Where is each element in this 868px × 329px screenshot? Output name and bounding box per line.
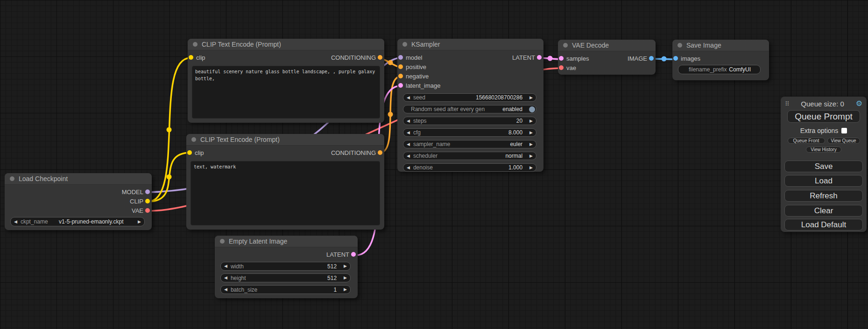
node-title-bar[interactable]: CLIP Text Encode (Prompt) <box>186 134 384 146</box>
slot-row: negative <box>397 71 543 81</box>
increment-icon[interactable]: ▶ <box>340 264 350 268</box>
node-title-bar[interactable]: VAE Decode <box>558 40 656 51</box>
positive-prompt-textarea[interactable]: beautiful scenery nature glass bottle la… <box>192 66 380 119</box>
decrement-icon[interactable]: ◀ <box>221 287 231 292</box>
increment-icon[interactable]: ▶ <box>526 131 536 135</box>
slot-label-clip: CLIP <box>130 198 143 205</box>
refresh-button[interactable]: Refresh <box>784 190 863 202</box>
input-slot-positive[interactable] <box>398 64 403 69</box>
widget-value: 1 <box>257 287 340 293</box>
load-default-button[interactable]: Load Default <box>784 219 863 231</box>
cfg-widget[interactable]: ◀ cfg 8.000 ▶ <box>403 128 536 137</box>
view-queue-button[interactable]: View Queue <box>827 138 860 144</box>
input-slot-clip[interactable] <box>189 55 193 60</box>
gear-icon[interactable]: ⚙ <box>856 100 862 107</box>
output-slot-latent[interactable] <box>351 252 356 257</box>
scheduler-widget[interactable]: ◀ scheduler normal ▶ <box>403 152 536 160</box>
node-title: CLIP Text Encode (Prompt) <box>200 136 280 143</box>
increment-icon[interactable]: ▶ <box>526 166 536 170</box>
input-slot-negative[interactable] <box>398 74 403 78</box>
increment-icon[interactable]: ▶ <box>526 154 536 158</box>
load-button[interactable]: Load <box>784 175 863 187</box>
toggle-on-icon[interactable] <box>529 106 535 112</box>
node-empty-latent-image[interactable]: Empty Latent Image LATENT ◀ width 512 ▶ … <box>215 236 358 298</box>
node-title-bar[interactable]: Save Image <box>672 40 769 51</box>
input-slot-images[interactable] <box>673 56 678 61</box>
view-history-button[interactable]: View History <box>806 147 841 153</box>
increment-icon[interactable]: ▶ <box>526 142 536 147</box>
widget-label: denoise <box>413 164 433 171</box>
collapse-dot-icon[interactable] <box>563 43 568 48</box>
link-midpoint-dot <box>388 112 393 117</box>
output-slot-image[interactable] <box>649 56 654 61</box>
slot-row: images <box>672 54 769 63</box>
decrement-icon[interactable]: ◀ <box>403 119 413 123</box>
input-slot-model[interactable] <box>398 55 403 60</box>
ckpt-name-widget[interactable]: ◀ ckpt_name v1-5-pruned-emaonly.ckpt ▶ <box>10 217 145 226</box>
node-load-checkpoint[interactable]: Load Checkpoint MODEL CLIP VAE ◀ ckpt_na… <box>5 173 152 230</box>
increment-icon[interactable]: ▶ <box>340 276 350 280</box>
random-seed-toggle-widget[interactable]: Random seed after every gen enabled <box>403 105 536 113</box>
sampler-name-widget[interactable]: ◀ sampler_name euler ▶ <box>403 140 536 148</box>
decrement-icon[interactable]: ◀ <box>11 220 21 224</box>
link-midpoint-dot <box>662 56 667 62</box>
steps-widget[interactable]: ◀ steps 20 ▶ <box>403 117 536 125</box>
negative-prompt-textarea[interactable]: text, watermark <box>191 161 380 225</box>
collapse-dot-icon[interactable] <box>10 176 14 181</box>
input-slot-samples[interactable] <box>559 56 564 61</box>
node-title-bar[interactable]: CLIP Text Encode (Prompt) <box>188 39 384 50</box>
node-vae-decode[interactable]: VAE Decode samples IMAGE vae <box>558 40 656 75</box>
collapse-dot-icon[interactable] <box>191 137 196 142</box>
clear-button[interactable]: Clear <box>784 205 863 217</box>
collapse-dot-icon[interactable] <box>677 43 682 48</box>
output-slot-conditioning[interactable] <box>378 150 382 155</box>
seed-widget[interactable]: ◀ seed 156680208700286 ▶ <box>403 93 536 102</box>
slot-label-images: images <box>681 55 700 62</box>
widget-value: 512 <box>246 275 340 281</box>
node-title-bar[interactable]: KSampler <box>397 39 543 50</box>
decrement-icon[interactable]: ◀ <box>403 166 413 170</box>
output-slot-vae[interactable] <box>145 208 150 213</box>
node-save-image[interactable]: Save Image images filename_prefix ComfyU… <box>672 40 769 80</box>
decrement-icon[interactable]: ◀ <box>403 154 413 158</box>
batch-size-widget[interactable]: ◀ batch_size 1 ▶ <box>220 285 351 294</box>
output-slot-model[interactable] <box>145 189 150 194</box>
collapse-dot-icon[interactable] <box>402 42 407 47</box>
collapse-dot-icon[interactable] <box>220 239 225 244</box>
input-slot-vae[interactable] <box>559 65 564 70</box>
increment-icon[interactable]: ▶ <box>526 96 536 100</box>
extra-options-checkbox[interactable] <box>841 128 847 133</box>
slot-label-model: model <box>406 54 422 61</box>
height-widget[interactable]: ◀ height 512 ▶ <box>220 273 351 282</box>
slot-row: VAE <box>5 206 152 215</box>
node-ksampler[interactable]: KSampler model LATENT positive negative … <box>397 39 543 172</box>
denoise-widget[interactable]: ◀ denoise 1.000 ▶ <box>403 163 536 172</box>
node-clip-text-encode-positive[interactable]: CLIP Text Encode (Prompt) clip CONDITION… <box>188 39 384 123</box>
save-button[interactable]: Save <box>784 161 863 172</box>
node-canvas[interactable]: Load Checkpoint MODEL CLIP VAE ◀ ckpt_na… <box>0 0 868 329</box>
collapse-dot-icon[interactable] <box>193 42 198 47</box>
increment-icon[interactable]: ▶ <box>134 220 144 224</box>
width-widget[interactable]: ◀ width 512 ▶ <box>220 262 351 271</box>
decrement-icon[interactable]: ◀ <box>221 264 231 268</box>
decrement-icon[interactable]: ◀ <box>403 142 413 147</box>
decrement-icon[interactable]: ◀ <box>403 131 413 135</box>
queue-front-button[interactable]: Queue Front <box>788 138 825 144</box>
decrement-icon[interactable]: ◀ <box>221 276 231 280</box>
node-title-bar[interactable]: Load Checkpoint <box>5 173 152 185</box>
increment-icon[interactable]: ▶ <box>340 287 350 292</box>
input-slot-clip[interactable] <box>187 150 192 155</box>
output-slot-latent[interactable] <box>537 55 542 60</box>
node-title-bar[interactable]: Empty Latent Image <box>215 236 358 247</box>
increment-icon[interactable]: ▶ <box>526 119 536 123</box>
output-slot-clip[interactable] <box>145 199 150 203</box>
decrement-icon[interactable]: ◀ <box>403 96 413 100</box>
input-slot-latent-image[interactable] <box>398 83 403 88</box>
output-slot-conditioning[interactable] <box>378 55 382 60</box>
queue-prompt-button[interactable]: Queue Prompt <box>787 110 860 123</box>
widget-label: ckpt_name <box>21 218 48 225</box>
filename-prefix-widget[interactable]: filename_prefix ComfyUI <box>678 65 761 74</box>
slot-row: latent_image <box>397 81 543 90</box>
drag-handle-icon[interactable]: ⠿ <box>785 101 790 107</box>
node-clip-text-encode-negative[interactable]: CLIP Text Encode (Prompt) clip CONDITION… <box>186 134 384 230</box>
